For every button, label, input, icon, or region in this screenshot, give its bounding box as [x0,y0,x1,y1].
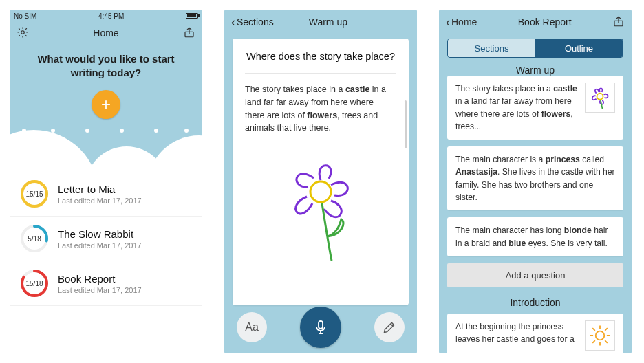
drawing-area[interactable] [245,154,396,264]
document-subtitle: Last edited Mar 17, 2017 [58,286,142,294]
document-meta: Book ReportLast edited Mar 17, 2017 [58,273,142,294]
document-meta: The Slow RabbitLast edited Mar 17, 2017 [58,228,142,250]
share-button[interactable] [183,26,195,41]
outline-scroll[interactable]: The story takes place in a castle in a l… [439,76,632,353]
flower-drawing [272,154,369,264]
text-icon: Aa [245,321,259,333]
scrollbar[interactable] [405,100,407,148]
status-bar: No SIM 4:45 PM [10,10,202,21]
hero-question: What would you like to start writing tod… [10,45,202,90]
page-title: Warm up [246,16,410,28]
back-label: Home [451,16,477,28]
document-row[interactable]: 15/15Letter to MiaLast edited Mar 17, 20… [10,172,202,217]
navbar: Home [10,21,202,45]
progress-ring: 5/18 [21,225,48,252]
plus-icon: + [101,95,111,114]
prompt-question: Where does the story take place? [245,51,396,62]
section-heading: Warm up [439,65,632,76]
svg-point-8 [310,182,331,202]
clouds-decoration [10,126,202,164]
chevron-left-icon: ‹ [446,16,450,28]
view-segmented-control: Sections Outline [447,38,623,58]
entry-text: At the beginning the princess leaves her… [455,320,579,346]
text-style-button[interactable]: Aa [237,312,267,342]
carrier-label: No SIM [14,12,36,20]
add-question-button[interactable]: Add a question [447,263,623,287]
navbar: ‹ Sections Warm up [224,10,417,34]
document-row[interactable]: 15/18Book ReportLast edited Mar 17, 2017 [10,261,202,306]
back-button[interactable]: ‹ Home [446,16,477,28]
page-title: Home [29,28,183,38]
entry-thumbnail [585,320,615,351]
clock-label: 4:45 PM [98,12,124,20]
tab-sections[interactable]: Sections [448,39,535,57]
document-title: Book Report [58,273,142,285]
share-icon [183,26,195,38]
svg-rect-9 [319,321,323,329]
new-document-button[interactable]: + [92,90,120,119]
entry-text: The story takes place in a castle in a l… [455,82,579,133]
warmup-screen: ‹ Sections Warm up Where does the story … [224,10,417,353]
document-title: Letter to Mia [58,184,142,195]
page-title: Book Report [518,16,572,28]
outline-entry[interactable]: The story takes place in a castle in a l… [447,76,623,140]
svg-point-12 [596,331,605,340]
share-button[interactable] [612,15,625,30]
progress-ring: 15/18 [21,270,48,297]
home-screen: No SIM 4:45 PM Home What would you like … [10,10,202,353]
document-title: The Slow Rabbit [58,228,142,240]
bottom-toolbar: Aa [224,307,417,348]
progress-label: 15/18 [21,270,48,297]
documents-list: 15/15Letter to MiaLast edited Mar 17, 20… [10,168,202,353]
battery-icon [186,13,198,19]
progress-ring: 15/15 [21,180,48,208]
tab-outline[interactable]: Outline [535,39,623,57]
gear-icon [17,26,29,38]
document-subtitle: Last edited Mar 17, 2017 [58,197,142,205]
divider [245,73,396,74]
outline-entry[interactable]: The main character is a princess called … [447,146,623,210]
dictate-button[interactable] [300,307,341,348]
chevron-left-icon: ‹ [231,16,235,28]
microphone-icon [312,319,329,336]
status-right [186,13,198,19]
outline-entry[interactable]: The main character has long blonde hair … [447,217,623,256]
section-heading: Introduction [447,297,623,308]
navbar: ‹ Home Book Report [439,10,632,34]
entry-text: The main character has long blonde hair … [455,224,615,250]
prompt-card: Where does the story take place? The sto… [233,38,409,305]
document-row[interactable]: 5/18The Slow RabbitLast edited Mar 17, 2… [10,217,202,261]
brush-icon [383,320,396,334]
progress-label: 15/15 [21,180,48,208]
outline-screen: ‹ Home Book Report Sections Outline Warm… [439,10,632,353]
document-meta: Letter to MiaLast edited Mar 17, 2017 [58,184,142,205]
entry-thumbnail [585,82,615,113]
draw-button[interactable] [374,312,405,342]
entry-text: The main character is a princess called … [455,153,615,204]
share-icon [612,15,625,28]
progress-label: 5/18 [21,225,48,252]
outline-entry[interactable]: At the beginning the princess leaves her… [447,314,623,353]
svg-point-0 [21,30,25,34]
svg-point-11 [597,94,603,100]
document-subtitle: Last edited Mar 17, 2017 [58,241,142,250]
settings-button[interactable] [17,26,29,41]
story-text[interactable]: The story takes place in a castle in a l… [245,83,396,135]
